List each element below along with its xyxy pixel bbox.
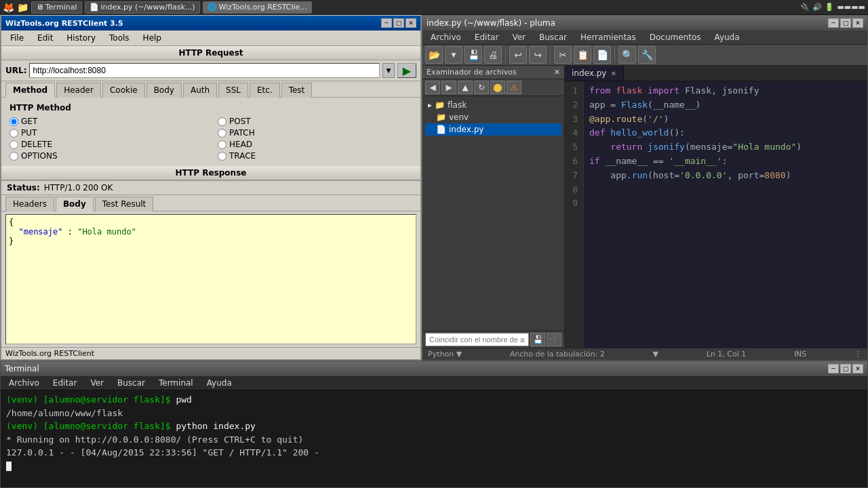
resp-tab-headers[interactable]: Headers [5,197,54,211]
tools-button[interactable]: 🔧 [638,46,656,64]
open-button[interactable]: 📂 [425,46,443,64]
term-menu-ver[interactable]: Ver [85,377,109,389]
code-content[interactable]: 1234 56789 from flask import Flask, json… [565,81,867,348]
taskbar-editor-btn[interactable]: 📄 index.py (~/www/flask...) [85,1,200,14]
undo-button[interactable]: ↩ [509,46,527,64]
tab-cookie[interactable]: Cookie [102,83,145,98]
fb-up-button[interactable]: ▲ [458,81,473,94]
maximize-button[interactable]: □ [393,18,404,28]
fb-back-button[interactable]: ◀ [425,81,440,94]
url-input[interactable] [29,63,380,78]
editor-menu-ayuda[interactable]: Ayuda [709,31,745,43]
fb-save-button[interactable]: 💾 [530,333,545,346]
tab-body[interactable]: Body [146,83,182,98]
term-menu-buscar[interactable]: Buscar [112,377,151,389]
editor-minimize-button[interactable]: ─ [828,18,839,28]
tree-item-flask[interactable]: ▸ 📁 flask [425,99,561,111]
fb-refresh-button[interactable]: ↻ [474,81,489,94]
editor-close-button[interactable]: ✕ [852,18,863,28]
method-section: HTTP Method GET POST PUT PATCH DELETE [1,98,420,166]
toolbar-separator-3 [614,47,615,63]
term-menu-terminal[interactable]: Terminal [153,377,199,389]
file-match-input[interactable] [425,333,529,346]
method-head[interactable]: HEAD [218,140,412,149]
search-button[interactable]: 🔍 [618,46,636,64]
editor-titlebar: index.py (~/www/flask) - pluma ─ □ ✕ [422,16,867,30]
terminal-minimize-button[interactable]: ─ [828,364,839,373]
method-put[interactable]: PUT [9,128,204,138]
resp-tab-test[interactable]: Test Result [95,197,154,211]
term-menu-archivo[interactable]: Archivo [3,377,45,389]
tab-method[interactable]: Method [5,83,55,98]
response-section-header: HTTP Response [1,166,420,180]
fb-home-button[interactable]: ⬤ [490,81,505,94]
terminal-cursor [6,462,12,471]
go-button[interactable]: ▶ [397,63,416,78]
copy-button[interactable]: 📋 [574,46,591,64]
method-patch[interactable]: PATCH [218,128,412,138]
open-dropdown-button[interactable]: ▼ [445,46,462,64]
menu-tools[interactable]: Tools [103,31,136,45]
language-dropdown-icon[interactable]: ▼ [456,350,462,359]
menu-file[interactable]: File [4,31,30,45]
paste-button[interactable]: 📄 [593,46,611,64]
terminal-output-3: 127.0.0.1 - - [04/Aug/2015 22:33:56] "GE… [6,447,319,458]
fb-add-button[interactable]: ➕ [547,333,561,346]
save-button[interactable]: 💾 [465,46,482,64]
terminal-line-3: (venv) [alumno@servidor flask]$ python i… [6,420,862,433]
method-options[interactable]: OPTIONS [9,151,204,161]
editor-menu-archivo[interactable]: Archivo [425,31,467,43]
method-delete[interactable]: DELETE [9,140,204,149]
editor-tab-indexpy[interactable]: index.py ✕ [565,66,624,81]
tab-test[interactable]: Test [281,83,313,98]
menu-edit[interactable]: Edit [31,31,59,45]
file-icon: 📄 [90,3,99,12]
editor-tab-width: Ancho de la tabulación: 2 [510,350,605,359]
tab-ssl[interactable]: SSL [218,83,248,98]
term-menu-editar[interactable]: Editar [47,377,83,389]
fb-forward-button[interactable]: ▶ [441,81,456,94]
tab-etc[interactable]: Etc. [250,83,280,98]
url-dropdown-button[interactable]: ▼ [382,63,395,78]
editor-tabs: index.py ✕ [565,66,867,81]
method-get[interactable]: GET [9,117,204,126]
editor-tab-close-icon[interactable]: ✕ [610,70,616,77]
editor-menu-ver[interactable]: Ver [507,31,531,43]
system-tray: 🔌 🔊 🔋 ▬▬▬▬ [800,3,865,12]
taskbar-editor-label: index.py (~/www/flask...) [101,3,195,12]
menu-history[interactable]: History [60,31,102,45]
resp-tab-body[interactable]: Body [56,197,94,211]
menu-help[interactable]: Help [137,31,167,45]
method-trace[interactable]: TRACE [218,151,412,161]
editor-mode: INS [794,350,806,359]
tree-item-indexpy[interactable]: 📄 index.py [425,123,561,136]
editor-menu-buscar[interactable]: Buscar [534,31,572,43]
term-menu-ayuda[interactable]: Ayuda [201,377,237,389]
taskbar-terminal-btn[interactable]: 🖥 Terminal [31,1,82,14]
tree-item-venv[interactable]: 📁 venv [425,111,561,123]
editor-toolbar: 📂 ▼ 💾 🖨 ↩ ↪ ✂ 📋 📄 🔍 🔧 [422,45,867,66]
editor-menu-herramientas[interactable]: Herramientas [575,31,642,43]
fb-bookmark-button[interactable]: ⚠ [507,81,521,94]
method-post[interactable]: POST [218,117,412,126]
code-lines[interactable]: from flask import Flask, jsonify app = F… [584,81,867,348]
editor-menu-documentos[interactable]: Documentos [644,31,707,43]
terminal-content[interactable]: (venv) [alumno@servidor flask]$ pwd /hom… [1,390,867,487]
terminal-window: Terminal ─ □ ✕ Archivo Editar Ver Buscar… [0,361,868,488]
tab-auth[interactable]: Auth [183,83,217,98]
cut-button[interactable]: ✂ [554,46,572,64]
file-browser-close-icon[interactable]: ✕ [554,68,560,77]
editor-menu-editar[interactable]: Editar [469,31,505,43]
file-label-indexpy: index.py [449,125,484,134]
terminal-close-button[interactable]: ✕ [852,364,863,373]
print-button[interactable]: 🖨 [484,46,502,64]
tab-header[interactable]: Header [56,83,101,98]
taskbar-rest-btn[interactable]: 🌐 WizTools.org RESTClie... [203,1,312,14]
terminal-maximize-button[interactable]: □ [840,364,851,373]
editor-maximize-button[interactable]: □ [840,18,851,28]
redo-button[interactable]: ↪ [529,46,547,64]
close-button[interactable]: ✕ [406,18,416,28]
editor-dropdown-icon[interactable]: ▼ [653,350,658,359]
editor-main: Examinador de archivos ✕ ◀ ▶ ▲ ↻ ⬤ ⚠ ▸ 📁… [422,66,867,348]
minimize-button[interactable]: ─ [381,18,392,28]
